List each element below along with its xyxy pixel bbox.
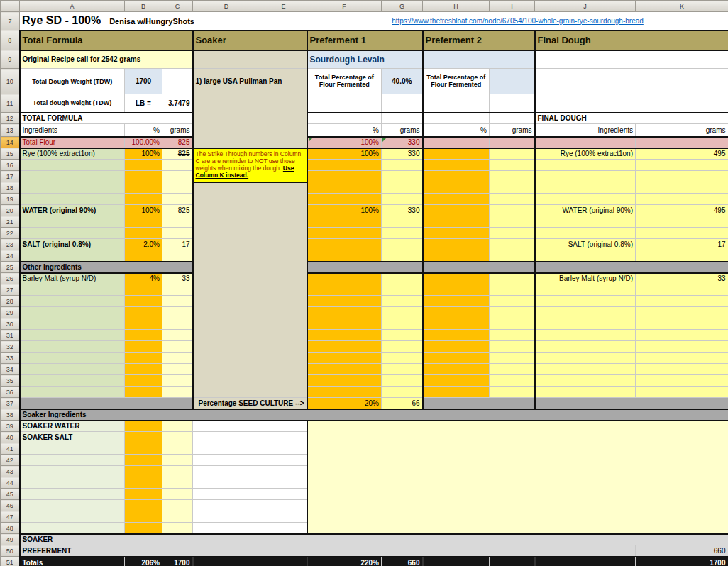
cell-tdw-lb-label[interactable]: Total dough weight (TDW): [20, 94, 125, 113]
cell[interactable]: [423, 273, 490, 284]
row-number[interactable]: 45: [1, 489, 20, 500]
cell-rye-grams-struck[interactable]: 825: [162, 148, 193, 160]
cell-rye-p1-grams[interactable]: 330: [382, 148, 423, 160]
cell[interactable]: [382, 239, 423, 250]
row-number[interactable]: 22: [1, 228, 20, 239]
cell-tdw-label[interactable]: Total Dough Weight (TDW): [20, 69, 125, 94]
cell[interactable]: [125, 296, 162, 307]
cell[interactable]: [490, 353, 535, 364]
cell[interactable]: [423, 398, 535, 409]
cell-water[interactable]: WATER (original 90%): [20, 205, 125, 216]
cell-total-flour[interactable]: Total Flour: [20, 137, 125, 148]
cell[interactable]: [20, 387, 125, 398]
cell[interactable]: [636, 307, 728, 318]
cell[interactable]: [162, 307, 193, 318]
row-number[interactable]: 30: [1, 318, 20, 330]
cell-barley-pct[interactable]: 4%: [125, 273, 162, 284]
row-number[interactable]: 50: [1, 545, 20, 557]
cell[interactable]: [162, 69, 193, 94]
cell[interactable]: [382, 228, 423, 239]
cell[interactable]: [490, 137, 535, 148]
cell[interactable]: [490, 171, 535, 182]
cell[interactable]: [423, 318, 490, 330]
cell[interactable]: [260, 432, 307, 443]
cell[interactable]: [162, 341, 193, 353]
cell[interactable]: [535, 284, 636, 296]
cell[interactable]: [535, 296, 636, 307]
cell[interactable]: [423, 250, 490, 262]
cell[interactable]: [535, 318, 636, 330]
cell[interactable]: [20, 330, 125, 341]
cell[interactable]: [260, 466, 307, 477]
cell[interactable]: [490, 318, 535, 330]
cell[interactable]: [382, 182, 423, 194]
row-number[interactable]: 39: [1, 421, 20, 432]
cell-rye[interactable]: Rye (100% extract1on): [20, 148, 125, 160]
cell[interactable]: [382, 194, 423, 205]
band-preferment[interactable]: PREFERMENT: [20, 545, 636, 557]
cell-totals-grams[interactable]: 1700: [162, 557, 193, 566]
cell[interactable]: [535, 375, 636, 387]
cell-salt[interactable]: SALT (original 0.8%): [20, 239, 125, 250]
cell[interactable]: [125, 387, 162, 398]
cell[interactable]: [490, 194, 535, 205]
column-letter[interactable]: B: [125, 1, 162, 12]
cell[interactable]: [193, 94, 307, 148]
cell[interactable]: [20, 443, 125, 455]
cell[interactable]: [125, 500, 162, 511]
cell[interactable]: [636, 341, 728, 353]
cell[interactable]: [535, 182, 636, 194]
cell[interactable]: [20, 216, 125, 228]
cell[interactable]: [20, 160, 125, 171]
cell[interactable]: [307, 353, 382, 364]
cell[interactable]: [162, 216, 193, 228]
row-number[interactable]: 49: [1, 534, 20, 545]
row-number[interactable]: 44: [1, 477, 20, 489]
cell[interactable]: [162, 466, 193, 477]
cell[interactable]: [307, 387, 382, 398]
cell-barley-grams-struck[interactable]: 33: [162, 273, 193, 284]
cell[interactable]: [636, 375, 728, 387]
cell[interactable]: [193, 489, 260, 500]
cell[interactable]: [307, 296, 382, 307]
cell[interactable]: [382, 318, 423, 330]
cell[interactable]: [162, 500, 193, 511]
cell[interactable]: [535, 160, 636, 171]
cell-grams-header[interactable]: grams: [162, 124, 193, 137]
cell[interactable]: [20, 375, 125, 387]
cell[interactable]: [535, 171, 636, 182]
row-number[interactable]: 29: [1, 307, 20, 318]
cell-water-p1-grams[interactable]: 330: [382, 205, 423, 216]
cell[interactable]: [260, 489, 307, 500]
cell[interactable]: [636, 228, 728, 239]
cell-barley-malt[interactable]: Barley Malt (syrup N/D): [20, 273, 125, 284]
cell[interactable]: [125, 341, 162, 353]
cell-preferment-grams[interactable]: 660: [636, 545, 728, 557]
cell-rye-p1-pct[interactable]: 100%: [307, 148, 382, 160]
column-letter[interactable]: I: [490, 1, 535, 12]
section-final-dough[interactable]: Final Dough: [535, 30, 728, 50]
cell[interactable]: [162, 523, 193, 534]
cell-soaker-salt[interactable]: SOAKER SALT: [20, 432, 125, 443]
cell[interactable]: [125, 318, 162, 330]
row-number[interactable]: 21: [1, 216, 20, 228]
column-letter[interactable]: G: [382, 1, 423, 12]
cell-totals-p1-pct[interactable]: 220%: [307, 557, 382, 566]
row-number[interactable]: 48: [1, 523, 20, 534]
cell[interactable]: [382, 387, 423, 398]
cell[interactable]: [307, 194, 382, 205]
cell[interactable]: [125, 171, 162, 182]
row-number[interactable]: 12: [1, 113, 20, 124]
cell[interactable]: [636, 160, 728, 171]
cell[interactable]: [490, 148, 535, 160]
row-number[interactable]: 32: [1, 341, 20, 353]
cell[interactable]: [307, 171, 382, 182]
cell[interactable]: [162, 443, 193, 455]
cell[interactable]: [260, 455, 307, 466]
column-letter[interactable]: H: [423, 1, 490, 12]
cell[interactable]: [20, 466, 125, 477]
cell-ingredients-header[interactable]: Ingredients: [20, 124, 125, 137]
cell-pct-header-p1[interactable]: %: [307, 124, 382, 137]
cell-ingredients-header-fd[interactable]: Ingredients: [535, 124, 636, 137]
cell[interactable]: [307, 341, 382, 353]
